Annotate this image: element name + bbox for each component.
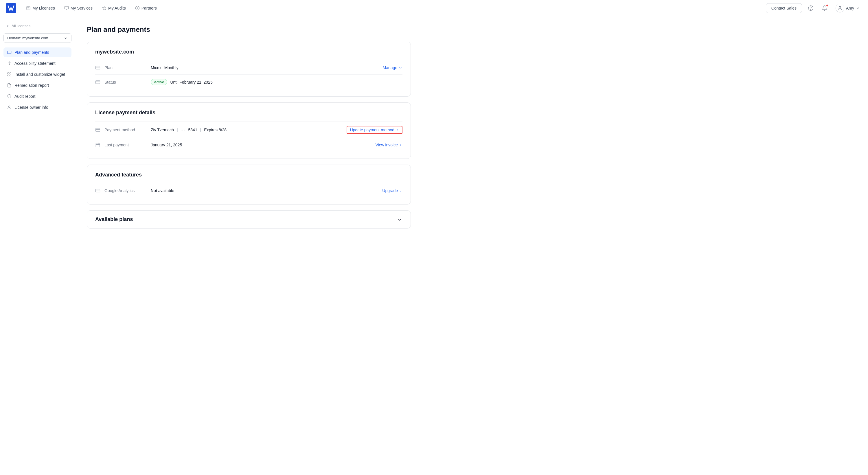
payment-method-icon	[95, 127, 104, 132]
upgrade-link[interactable]: Upgrade	[382, 188, 402, 193]
contact-sales-button[interactable]: Contact Sales	[766, 3, 802, 13]
card-small-icon	[95, 65, 100, 70]
payment-method-label: Payment method	[104, 128, 151, 132]
svg-point-12	[839, 6, 841, 8]
plan-row-icon	[95, 65, 104, 70]
help-icon	[808, 5, 814, 11]
advanced-features-card: Advanced features Google Analytics Not a…	[87, 165, 411, 204]
credit-card-icon	[95, 127, 100, 132]
payment-method-row: Payment method Ziv Tzemach | ··· 5341 | …	[95, 122, 402, 138]
status-until-text: Until February 21, 2025	[170, 80, 212, 85]
plan-label: Plan	[104, 65, 151, 70]
card-icon	[7, 50, 11, 55]
chevron-down-small-icon	[398, 66, 402, 70]
advanced-features-title: Advanced features	[95, 172, 402, 178]
svg-rect-21	[96, 66, 100, 69]
status-card-icon	[95, 80, 100, 85]
dropdown-chevron-icon	[64, 36, 68, 40]
svg-point-9	[137, 7, 138, 9]
payment-name: Ziv Tzemach	[151, 128, 174, 132]
nav-my-services[interactable]: My Services	[60, 4, 97, 12]
analytics-label: Google Analytics	[104, 188, 151, 193]
available-plans-toggle[interactable]: Available plans	[87, 211, 410, 228]
help-button[interactable]	[806, 3, 816, 13]
svg-rect-17	[9, 73, 11, 74]
sidebar: All licenses Domain: mywebsite.com Plan …	[0, 16, 75, 475]
payment-last4: 5341	[188, 128, 197, 132]
nav-my-audits[interactable]: My Audits	[98, 4, 130, 12]
notifications-button[interactable]	[819, 3, 830, 13]
analytics-card-icon	[95, 188, 100, 193]
view-invoice-link[interactable]: View invoice	[375, 142, 402, 147]
domain-selector[interactable]: Domain: mywebsite.com	[3, 33, 71, 43]
last-payment-label: Last payment	[104, 142, 151, 147]
analytics-value: Not available	[151, 188, 382, 193]
status-value: Active Until February 21, 2025	[151, 79, 402, 85]
svg-rect-5	[64, 6, 68, 9]
svg-rect-18	[7, 75, 9, 76]
payment-expires: Expires 8/28	[204, 128, 226, 132]
upgrade-arrow-icon	[399, 189, 402, 192]
nav-right: Contact Sales Amy	[766, 3, 862, 13]
svg-rect-13	[7, 51, 11, 54]
domain-plan-card: mywebsite.com Plan Micro - Monthly Manag…	[87, 42, 411, 97]
sidebar-item-install-customize[interactable]: Install and customize widget	[3, 69, 71, 79]
services-icon	[64, 6, 69, 10]
domain-name: mywebsite.com	[95, 49, 402, 55]
user-icon	[7, 105, 11, 109]
back-to-licenses[interactable]: All licenses	[3, 22, 71, 30]
calendar-icon	[95, 142, 100, 148]
svg-rect-23	[96, 81, 100, 84]
main-content: Plan and payments mywebsite.com Plan Mic…	[75, 16, 423, 475]
svg-point-15	[9, 62, 10, 62]
available-plans-title: Available plans	[95, 216, 133, 222]
svg-rect-31	[96, 189, 100, 192]
svg-rect-25	[96, 128, 100, 132]
payment-details-title: License payment details	[95, 109, 402, 116]
license-icon	[26, 6, 31, 10]
chevron-down-icon	[856, 6, 860, 10]
nav-partners[interactable]: Partners	[131, 4, 161, 12]
last-payment-value: January 21, 2025	[151, 142, 375, 147]
svg-rect-27	[96, 143, 100, 147]
arrow-right-icon	[396, 128, 399, 132]
svg-point-8	[135, 6, 139, 10]
user-menu-button[interactable]: Amy	[833, 3, 862, 13]
status-row-icon	[95, 80, 104, 85]
status-row: Status Active Until February 21, 2025	[95, 74, 402, 89]
sidebar-item-audit-report[interactable]: Audit report	[3, 91, 71, 101]
sidebar-item-remediation-report[interactable]: Remediation report	[3, 81, 71, 90]
nav-links: My Licenses My Services My Audits Partne…	[22, 4, 764, 12]
user-name: Amy	[846, 6, 854, 10]
audit-icon	[7, 94, 11, 99]
available-plans-card: Available plans	[87, 210, 411, 228]
sidebar-item-accessibility-statement[interactable]: Accessibility statement	[3, 58, 71, 68]
accessibility-icon	[7, 61, 11, 66]
payment-method-value: Ziv Tzemach | ··· 5341 | Expires 8/28	[151, 128, 347, 132]
update-payment-method-button[interactable]: Update payment method	[347, 126, 402, 134]
sidebar-item-license-owner-info[interactable]: License owner info	[3, 102, 71, 112]
audits-icon	[102, 6, 106, 10]
available-plans-chevron-icon	[397, 217, 402, 222]
svg-rect-16	[7, 73, 9, 74]
plan-value: Micro - Monthly	[151, 65, 382, 70]
svg-point-20	[8, 106, 10, 107]
avatar	[836, 4, 844, 12]
brand-logo[interactable]	[6, 3, 16, 13]
nav-my-licenses[interactable]: My Licenses	[22, 4, 59, 12]
svg-rect-19	[9, 75, 11, 76]
svg-point-11	[811, 9, 811, 9]
sidebar-item-plan-payments[interactable]: Plan and payments	[3, 48, 71, 57]
partners-icon	[135, 6, 140, 10]
page-title: Plan and payments	[87, 26, 411, 34]
last-payment-icon	[95, 142, 104, 148]
status-label: Status	[104, 80, 151, 85]
report-icon	[7, 83, 11, 88]
top-navigation: My Licenses My Services My Audits Partne…	[0, 0, 868, 16]
notification-dot	[826, 4, 828, 7]
payment-dots: ···	[181, 128, 185, 132]
page-layout: All licenses Domain: mywebsite.com Plan …	[0, 16, 868, 475]
widget-icon	[7, 72, 11, 77]
manage-button[interactable]: Manage	[382, 65, 402, 70]
status-badge: Active	[151, 79, 167, 85]
